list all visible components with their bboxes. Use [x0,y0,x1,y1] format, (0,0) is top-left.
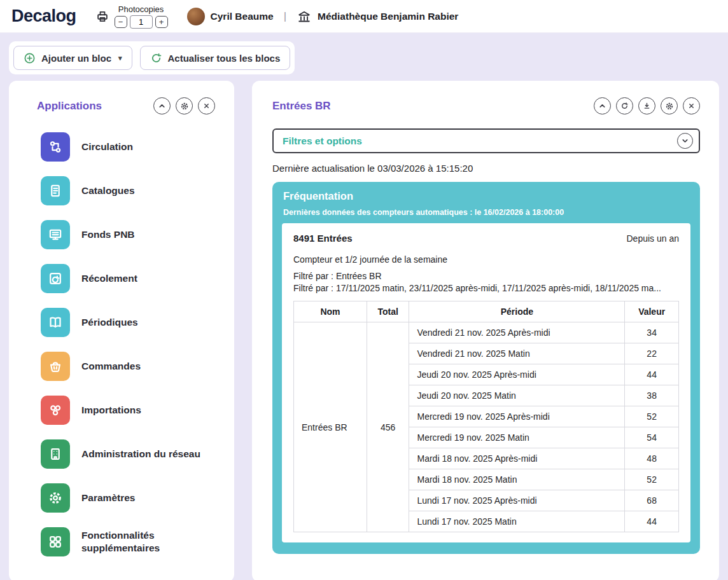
periode-cell: Jeudi 20 nov. 2025 Matin [409,385,625,406]
col-header-periode: Période [409,301,625,322]
valeur-cell: 68 [625,490,679,511]
applications-list: Circulation Catalogues Fonds PNB [9,132,234,556]
valeur-cell: 22 [625,343,679,364]
valeur-cell: 54 [625,427,679,448]
entrees-br-block: Entrées BR Filtres et op [252,81,719,580]
entrees-br-header-actions [594,97,700,114]
block-settings-button[interactable] [661,97,678,114]
applications-block: Applications Circul [9,81,234,580]
app-item-parametres[interactable]: Paramètres [41,483,219,513]
applications-title: Applications [37,100,102,113]
periode-cell: Mardi 18 nov. 2025 Après-midi [409,448,625,469]
app-item-periodiques[interactable]: Périodiques [41,308,219,337]
app-logo: Decalog [11,6,76,26]
app-item-fonds-pnb[interactable]: Fonds PNB [41,220,219,249]
fonctionnalites-icon [41,527,70,556]
refresh-all-label: Actualiser tous les blocs [168,53,281,64]
close-block-button[interactable] [198,97,215,114]
periode-cell: Mercredi 19 nov. 2025 Après-midi [409,406,625,427]
last-update-text: Dernière actualisation le 03/03/2026 à 1… [272,163,700,174]
app-item-label: Commandes [81,360,141,373]
entries-total: 8491 Entrées [293,233,353,244]
col-header-nom: Nom [294,301,367,322]
filter-line-2: Filtré par : 17/11/2025 matin, 23/11/202… [293,283,679,293]
topbar-separator: | [284,10,286,23]
total-cell: 456 [367,322,409,532]
periode-cell: Vendredi 21 nov. 2025 Après-midi [409,322,625,343]
importations-icon [41,396,70,425]
frequentation-table: Nom Total Période Valeur Entrées BR 456 … [293,301,679,532]
library-group[interactable]: Médiathèque Benjamin Rabier [297,9,458,24]
app-item-label: Périodiques [81,316,138,329]
col-header-total: Total [367,301,409,322]
library-name: Médiathèque Benjamin Rabier [318,11,458,22]
app-item-recolement[interactable]: Récolement [41,264,219,293]
valeur-cell: 48 [625,448,679,469]
photocopies-group: Photocopies − + [95,4,168,29]
valeur-cell: 44 [625,511,679,532]
valeur-cell: 52 [625,406,679,427]
chevron-down-icon: ▾ [118,54,122,62]
frequentation-panel: Fréquentation Dernières données des comp… [272,182,700,554]
photocopies-stepper: − + [115,15,168,29]
app-item-label: Administration du réseau [81,448,200,460]
close-block-button[interactable] [683,97,700,114]
table-row: Entrées BR 456 Vendredi 21 nov. 2025 Apr… [294,322,679,343]
filters-options-label: Filtres et options [283,135,362,147]
refresh-block-button[interactable] [616,97,633,114]
frequentation-subtitle: Dernières données des compteurs automati… [282,208,690,217]
recolement-icon [41,264,70,293]
parametres-gear-icon [41,483,70,513]
app-item-fonctionnalites[interactable]: Fonctionnalités supplémentaires [41,527,219,556]
photocopies-count-input[interactable] [130,15,153,29]
table-header-row: Nom Total Période Valeur [294,301,679,322]
user-name: Cyril Beaume [211,11,274,22]
filters-options-toggle[interactable]: Filtres et options [272,128,700,153]
library-building-icon [297,9,312,24]
download-block-button[interactable] [638,97,655,114]
block-settings-button[interactable] [176,97,193,114]
block-title: Entrées BR [272,100,331,113]
periode-cell: Lundi 17 nov. 2025 Matin [409,511,625,532]
catalogues-icon [41,176,70,205]
periode-cell: Vendredi 21 nov. 2025 Matin [409,343,625,364]
app-item-label: Fonctionnalités supplémentaires [81,529,202,555]
periode-cell: Jeudi 20 nov. 2025 Après-midi [409,364,625,385]
applications-header-actions [153,97,215,114]
app-item-importations[interactable]: Importations [41,396,219,425]
circulation-icon [41,132,70,162]
filter-line-1: Filtré par : Entrées BR [293,271,679,281]
refresh-icon [150,52,162,64]
collapse-block-button[interactable] [153,97,171,114]
increment-button[interactable]: + [155,16,168,28]
nom-cell: Entrées BR [294,322,367,532]
expand-filters-button[interactable] [677,133,693,149]
block-toolbar: Ajouter un bloc ▾ Actualiser tous les bl… [9,41,295,74]
valeur-cell: 34 [625,322,679,343]
content-area: Applications Circul [0,74,728,580]
add-block-label: Ajouter un bloc [41,53,111,64]
refresh-all-blocks-button[interactable]: Actualiser tous les blocs [140,46,291,70]
commandes-icon [41,352,70,381]
app-item-administration-reseau[interactable]: Administration du réseau [41,439,219,469]
app-item-label: Importations [81,404,141,417]
frequentation-card: 8491 Entrées Depuis un an Compteur et 1/… [282,223,690,542]
add-block-button[interactable]: Ajouter un bloc ▾ [13,46,132,70]
valeur-cell: 44 [625,364,679,385]
app-item-catalogues[interactable]: Catalogues [41,176,219,205]
plus-circle-icon [24,52,36,64]
period-range-label: Depuis un an [626,233,679,244]
collapse-block-button[interactable] [594,97,611,114]
app-item-commandes[interactable]: Commandes [41,352,219,381]
decrement-button[interactable]: − [115,16,127,28]
user-group[interactable]: Cyril Beaume [187,8,274,25]
entrees-br-header: Entrées BR [272,97,700,114]
block-toolbar-area: Ajouter un bloc ▾ Actualiser tous les bl… [0,33,728,74]
valeur-cell: 52 [625,469,679,490]
fonds-pnb-icon [41,220,70,249]
app-item-label: Circulation [81,141,133,153]
counter-description: Compteur et 1/2 journée de la semaine [293,254,679,265]
periode-cell: Lundi 17 nov. 2025 Après-midi [409,490,625,511]
app-item-label: Récolement [81,272,137,285]
app-item-circulation[interactable]: Circulation [41,132,219,162]
